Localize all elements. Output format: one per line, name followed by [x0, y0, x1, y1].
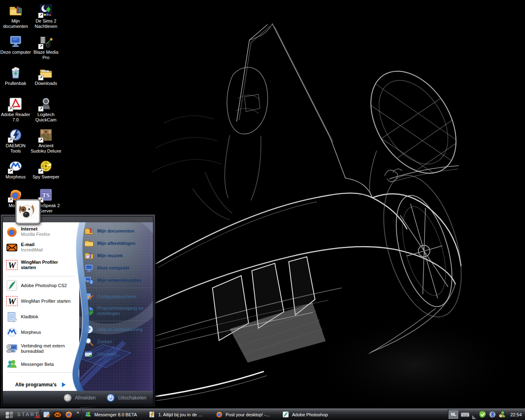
start-menu-item-wingman[interactable]: W WingMan Profiler starten: [3, 293, 79, 309]
tray-notch-decoration: [472, 415, 476, 419]
start-menu-item-mijn-afbeeldingen[interactable]: Mijn afbeeldingen: [79, 237, 153, 249]
separator: [83, 321, 149, 322]
start-menu-item-configuratiescherm[interactable]: Configuratiescherm: [79, 290, 153, 303]
start-menu-left-panel: Internet Mozilla Firefox E-mail IncrediM…: [3, 222, 79, 391]
dog-photo: [17, 201, 37, 220]
quick-launch-bar: »: [41, 409, 79, 420]
taskbar-clock[interactable]: 22:54: [510, 412, 522, 417]
quick-launch-overflow-chevron[interactable]: »: [77, 410, 79, 415]
log-off-button[interactable]: Afmelden: [63, 393, 96, 402]
search-icon: [84, 337, 94, 347]
keyboard-icon[interactable]: [461, 412, 470, 418]
desktop-icon-spy-sweeper[interactable]: ↗ Spy Sweeper: [30, 159, 62, 180]
firefox-icon[interactable]: [65, 411, 73, 418]
desktop-icon-prullenbak[interactable]: Prullenbak: [0, 66, 31, 86]
user-avatar[interactable]: [16, 199, 40, 224]
my-pictures-icon: [84, 238, 94, 248]
start-menu: Internet Mozilla Firefox E-mail IncrediM…: [1, 215, 155, 406]
start-menu-item-programmatoegang[interactable]: Programmatoegang en -instellingen: [79, 303, 153, 319]
start-menu-item-email[interactable]: E-mail IncrediMail: [3, 240, 79, 255]
security-check-icon[interactable]: [479, 411, 486, 418]
taskbar-divider: [81, 409, 82, 419]
start-menu-item-zoeken[interactable]: Zoeken: [79, 336, 153, 348]
taskbar: Start » Messenger 8.0 BETA 1. Altijd bij…: [0, 408, 525, 420]
shortcut-arrow-icon: ↗: [38, 13, 43, 18]
winamp-icon: [148, 411, 155, 418]
desktop-icon-deze-computer[interactable]: Deze computer: [0, 34, 31, 55]
photoshop-icon: [282, 411, 289, 418]
start-menu-item-messenger-beta[interactable]: Messenger Beta: [3, 357, 79, 371]
separator: [7, 372, 75, 373]
desktop-icon-logitech-quickcam[interactable]: ↗ Logitech QuickCam: [30, 97, 62, 123]
bluetooth-icon[interactable]: [489, 411, 496, 418]
system-tray: NL 22:54: [449, 409, 525, 420]
start-menu-footer: Afmelden Uitschakelen: [3, 391, 153, 404]
start-menu-item-internet[interactable]: Internet Mozilla Firefox: [3, 224, 79, 240]
morpheus-icon: [6, 326, 18, 338]
all-programs-button[interactable]: Alle programma's: [3, 379, 79, 391]
svg-text:W: W: [8, 297, 17, 306]
shortcut-arrow-icon: ↗: [8, 106, 13, 112]
wingman-icon: W: [6, 259, 18, 271]
start-menu-item-remote-desktop[interactable]: Verbinding met extern bureaublad: [3, 340, 79, 357]
shut-down-button[interactable]: Uitschakelen: [106, 393, 146, 402]
start-menu-item-uitvoeren[interactable]: Uitvoeren...: [79, 348, 153, 360]
messenger-icon: [6, 358, 18, 370]
wingman-icon: W: [6, 295, 18, 307]
desktop-icon-blaze-media-pro[interactable]: ↗ Blaze Media Pro: [30, 34, 62, 60]
incredimail-letter-icon[interactable]: [43, 411, 50, 418]
shortcut-arrow-icon: ↗: [8, 197, 13, 203]
separator: [7, 276, 75, 276]
start-menu-item-photoshop[interactable]: Adobe Photoshop CS2: [3, 278, 79, 293]
incredimail-icon[interactable]: [54, 411, 62, 418]
firefox-icon: [216, 411, 223, 418]
firefox-icon: [6, 226, 18, 238]
recycle-bin-icon: [9, 66, 23, 80]
my-music-icon: [84, 251, 94, 260]
taskbar-divider: [40, 409, 41, 419]
desktop-icon-morpheus[interactable]: ↗ Morpheus: [0, 159, 31, 180]
help-icon: ?: [84, 324, 94, 334]
start-menu-item-wingman-pinned[interactable]: W WingMan Profiler starten: [3, 255, 79, 275]
start-menu-item-mijn-documenten[interactable]: Mijn documenten: [79, 225, 153, 237]
desktop-icon-ancient-sudoku[interactable]: ↗ Ancient Sudoku Deluxe: [30, 128, 62, 154]
start-button[interactable]: Start: [0, 409, 39, 420]
shortcut-arrow-icon: ↗: [38, 75, 43, 80]
shortcut-arrow-icon: ↗: [38, 169, 43, 174]
incredimail-icon: [6, 241, 18, 253]
task-button-winamp[interactable]: 1. Altijd bij jou in de ...: [148, 409, 209, 420]
desktop-icon-daemon-tools[interactable]: ↗ DAEMON Tools: [0, 128, 31, 154]
chevron-right-icon: [60, 381, 67, 388]
my-computer-icon: [9, 34, 23, 48]
messenger-away-icon[interactable]: [498, 411, 506, 418]
language-indicator[interactable]: NL: [449, 411, 458, 419]
svg-text:W: W: [8, 260, 17, 270]
control-panel-icon: [84, 292, 94, 301]
start-menu-item-mijn-muziek[interactable]: Mijn muziek: [79, 249, 153, 262]
program-access-icon: [84, 306, 94, 316]
remote-desktop-icon: [6, 342, 18, 355]
task-button-messenger[interactable]: Messenger 8.0 BETA: [84, 409, 140, 420]
power-icon: [106, 393, 115, 402]
messenger-icon: [84, 411, 91, 418]
task-button-firefox-window[interactable]: Post your desktop! -...: [216, 409, 274, 420]
windows-logo-icon: [5, 411, 14, 419]
shortcut-arrow-icon: ↗: [38, 44, 43, 49]
task-button-photoshop[interactable]: Adobe Photoshop: [282, 409, 331, 420]
start-menu-item-help[interactable]: ? Help en ondersteuning: [79, 323, 153, 336]
desktop-icon-downloads[interactable]: ↗ Downloads: [30, 66, 62, 86]
start-menu-item-deze-computer[interactable]: Deze computer: [79, 262, 153, 274]
desktop-icon-adobe-reader[interactable]: ↗ Adobe Reader 7.0: [0, 97, 31, 123]
network-places-icon: [84, 275, 94, 285]
start-menu-item-kladblok[interactable]: Kladblok: [3, 309, 79, 324]
my-documents-icon: [9, 3, 23, 17]
separator: [83, 288, 149, 289]
start-menu-right-panel: Mijn documenten Mijn afbeeldingen Mijn m…: [79, 222, 153, 391]
shortcut-arrow-icon: ↗: [8, 169, 13, 174]
notepad-icon: [6, 310, 18, 323]
desktop-icon-de-sims-2[interactable]: ↗ De Sims 2 Nachtleven: [30, 3, 62, 29]
start-menu-item-mijn-netwerklocaties[interactable]: Mijn netwerklocaties: [79, 274, 153, 286]
desktop-icon-mijn-documenten[interactable]: Mijn documenten: [0, 3, 31, 29]
run-icon: [84, 349, 94, 359]
start-menu-item-morpheus[interactable]: Morpheus: [3, 324, 79, 340]
